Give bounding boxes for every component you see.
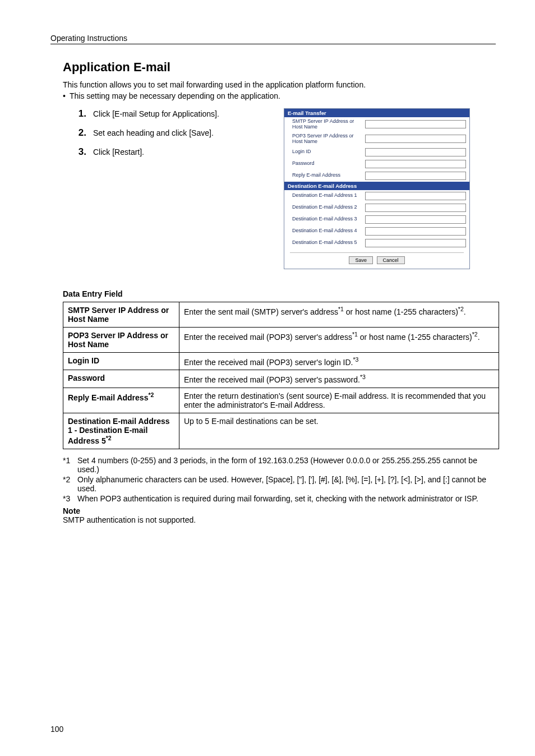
panel-header-transfer: E-mail Transfer — [284, 109, 469, 117]
field-desc: Enter the received mail (POP3) server's … — [179, 327, 499, 352]
field-desc: Enter the received mail (POP3) server's … — [179, 352, 499, 370]
field-name: Password — [63, 370, 179, 388]
note-text: SMTP authentication is not supported. — [63, 515, 496, 524]
password-input[interactable] — [365, 160, 466, 168]
smtp-input[interactable] — [365, 120, 466, 128]
panel-header-destination: Destination E-mail Address — [284, 182, 469, 190]
table-row: Reply E-mail Address*2 Enter the return … — [63, 388, 499, 413]
reply-label: Reply E-mail Address — [288, 173, 365, 178]
step-text: Click [E-mail Setup for Applications]. — [93, 109, 219, 118]
dest1-label: Destination E-mail Address 1 — [288, 193, 365, 199]
dest4-label: Destination E-mail Address 4 — [288, 228, 365, 234]
field-name: Reply E-mail Address*2 — [63, 388, 179, 413]
dest5-label: Destination E-mail Address 5 — [288, 240, 365, 246]
data-entry-label: Data Entry Field — [63, 289, 496, 298]
login-input[interactable] — [365, 148, 466, 156]
dest1-input[interactable] — [365, 192, 466, 200]
dest3-label: Destination E-mail Address 3 — [288, 216, 365, 222]
field-name: Login ID — [63, 352, 179, 370]
field-desc: Up to 5 E-mail destinations can be set. — [179, 413, 499, 449]
field-name: POP3 Server IP Address or Host Name — [63, 327, 179, 352]
step-2: 2. Set each heading and click [Save]. — [71, 127, 284, 139]
reply-input[interactable] — [365, 172, 466, 180]
field-desc: Enter the received mail (POP3) server's … — [179, 370, 499, 388]
table-row: Destination E-mail Address 1 - Destinati… — [63, 413, 499, 449]
running-header: Operating Instructions — [50, 34, 127, 43]
dest3-input[interactable] — [365, 215, 466, 224]
pop3-input[interactable] — [365, 135, 466, 143]
cancel-button[interactable]: Cancel — [377, 256, 405, 264]
save-button[interactable]: Save — [349, 256, 373, 264]
dest5-input[interactable] — [365, 239, 466, 247]
settings-panel: E-mail Transfer SMTP Server IP Address o… — [284, 108, 470, 269]
data-entry-table: SMTP Server IP Address or Host Name Ente… — [63, 302, 499, 449]
table-row: Password Enter the received mail (POP3) … — [63, 370, 499, 388]
step-number: 3. — [71, 146, 86, 158]
footnote-3: *3 When POP3 authentication is required … — [63, 494, 496, 503]
login-label: Login ID — [288, 149, 365, 155]
field-name: SMTP Server IP Address or Host Name — [63, 302, 179, 327]
footnotes: *1 Set 4 numbers (0-255) and 3 periods, … — [63, 456, 496, 503]
step-number: 1. — [71, 108, 86, 119]
section-intro: This function allows you to set mail for… — [63, 80, 496, 89]
bullet-text: This setting may be necessary depending … — [70, 91, 280, 100]
note-heading: Note — [63, 506, 496, 515]
step-text: Click [Restart]. — [93, 147, 144, 156]
footnote-2: *2 Only alphanumeric characters can be u… — [63, 475, 496, 493]
pop3-label: POP3 Server IP Address or Host Name — [288, 133, 365, 145]
field-name: Destination E-mail Address 1 - Destinati… — [63, 413, 179, 449]
section-bullet: •This setting may be necessary depending… — [63, 91, 496, 100]
step-3: 3. Click [Restart]. — [71, 146, 284, 158]
field-desc: Enter the sent mail (SMTP) server's addr… — [179, 302, 499, 327]
step-number: 2. — [71, 127, 86, 139]
dest2-input[interactable] — [365, 204, 466, 212]
step-text: Set each heading and click [Save]. — [93, 128, 214, 137]
section-title: Application E-mail — [63, 60, 496, 75]
table-row: Login ID Enter the received mail (POP3) … — [63, 352, 499, 370]
page-number: 100 — [50, 725, 63, 734]
step-1: 1. Click [E-mail Setup for Applications]… — [71, 108, 284, 119]
dest4-input[interactable] — [365, 227, 466, 236]
dest2-label: Destination E-mail Address 2 — [288, 205, 365, 210]
table-row: SMTP Server IP Address or Host Name Ente… — [63, 302, 499, 327]
password-label: Password — [288, 161, 365, 167]
table-row: POP3 Server IP Address or Host Name Ente… — [63, 327, 499, 352]
field-desc: Enter the return destination's (sent sou… — [179, 388, 499, 413]
smtp-label: SMTP Server IP Address or Host Name — [288, 119, 365, 130]
footnote-1: *1 Set 4 numbers (0-255) and 3 periods, … — [63, 456, 496, 474]
